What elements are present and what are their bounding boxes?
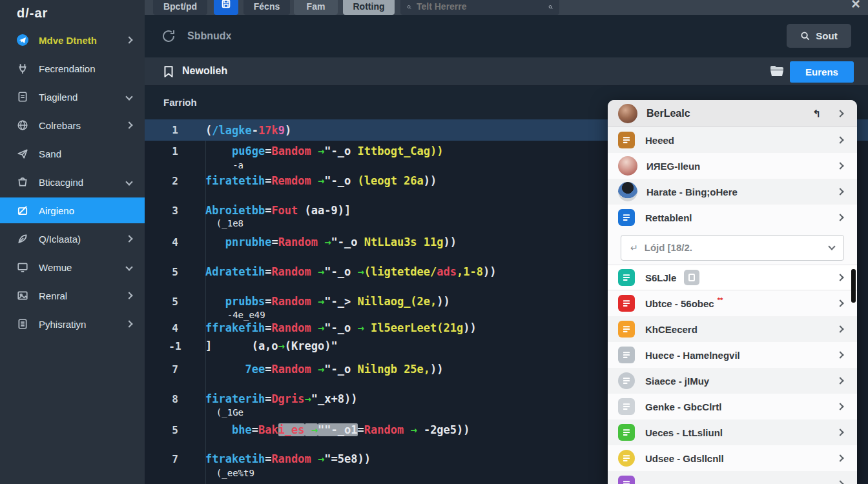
chevron-down-icon [125,263,132,270]
sidebar-item-2[interactable]: Tiagilend [0,83,145,111]
line-number: 8 [145,393,205,405]
back-arrow-icon[interactable]: ↰ [812,108,821,119]
sidebar-item-6[interactable]: Airgieno [0,197,145,223]
sidebar-item-10[interactable]: Pyhisratiyn [0,310,145,338]
sidebar-nav: Mdve DtnethFecrendationTiagilendColrebar… [0,26,145,338]
panel-scrollbar-thumb[interactable] [851,269,856,303]
item-label: S6LJle [645,272,676,283]
panel-item-6[interactable]: S6LJle [608,265,857,290]
code-line[interactable]: Adratetih=Random →"-_o →(ligtetdee/ads,1… [205,265,496,278]
refresh-icon[interactable] [160,28,177,45]
code-token: 9 [278,124,285,137]
sidebar-item-label: Tiagilend [39,92,78,103]
panel-item-13[interactable]: Udsee - Gdsllcnll [608,445,857,471]
sidebar-item-3[interactable]: Colrebars [0,111,145,139]
sidebar-item-7[interactable]: Q/Iclaata) [0,225,145,253]
code-token: 17k [258,124,278,137]
code-line[interactable]: (/lagke-17k9) [205,124,291,137]
panel-item-10[interactable]: Siaece - jIMuy [608,368,857,394]
sidebar-item-1[interactable]: Fecrendation [0,54,145,83]
dropdown-value: Lójd [18/2. [645,242,692,253]
item-label: Ubtce - 56obec [645,298,714,309]
sidebar-item-4[interactable]: Sand [0,139,145,168]
chevron-right-icon [836,454,843,461]
code-token: ffrakefih [205,321,265,334]
code-token: Random [271,295,311,308]
code-token: )) [437,295,450,308]
code-line[interactable]: pu6ge=Bandom →"-_o Ittbogt_Cag)) [205,145,444,157]
code-token: ftraketih [205,452,265,465]
search-icon[interactable] [548,3,553,12]
code-token: "-_> [324,295,357,308]
code-line[interactable]: ] (a,o→(Krego)" [205,339,338,352]
connector-icon [17,63,28,74]
code-line[interactable]: firaterih=Dgris→"_x+8)) [205,392,357,405]
toolbar-button-label: Fam [307,1,326,12]
search-button[interactable]: Sout [787,24,851,48]
panel-item-1[interactable]: Heeed [608,127,857,153]
primary-action-button[interactable]: Eurens [790,61,854,83]
code-line[interactable]: pnrubhe=Random →"-_o NtLLau3s 11g)) [205,236,457,248]
code-token: firatetih [205,174,265,187]
code-token: bhe [232,423,252,436]
code-token: Nilngb 25e, [357,363,430,376]
code-token: )) [424,174,437,187]
code-line[interactable]: -a [205,160,243,170]
code-token [205,363,245,376]
sidebar-item-label: Bticacgind [39,177,83,188]
line-number: 4 [145,322,205,334]
panel-item-8[interactable]: KhCEecerd [608,316,857,342]
code-line[interactable]: bhe=Baki_es →""-_o1=Random → -2ge5)) [205,423,470,436]
close-icon[interactable]: × [851,0,860,12]
panel-item-9[interactable]: Huece - Hamelnegvil [608,342,857,368]
image-icon [17,290,28,301]
edit-icon [17,205,28,216]
section-label: Farrioh [163,97,197,108]
avatar [618,182,637,201]
code-line[interactable]: ffrakefih=Random →"-_o → Il5eerLeet(21g)… [205,321,477,334]
toolbar-button-save-icon[interactable] [214,0,238,15]
code-line[interactable]: prubbs=Random →"-_> Nillaog_(2e,)) [205,295,450,308]
panel-item-4[interactable]: Rettablenl [608,205,857,230]
sidebar-item-8[interactable]: Wemue [0,253,145,281]
code-line[interactable]: ftraketih=Random →"=5e8)) [205,452,371,465]
code-line[interactable]: Abroietbb=Fout (aa-9)] [205,204,351,217]
toolbar-button-label: Rotting [353,1,385,12]
item-label: Rettablenl [645,212,692,223]
panel-item-14[interactable] [608,471,857,484]
toolbar-button-Fam[interactable]: Fam [294,0,338,15]
sidebar-item-9[interactable]: Renral [0,281,145,310]
telegram-icon [17,34,28,46]
panel-item-11[interactable]: Genke - GbcClrtl [608,394,857,419]
chevron-right-icon [836,480,843,484]
code-token: -2ge5)) [417,423,470,436]
chevron-down-icon [125,93,132,100]
sidebar-item-5[interactable]: Bticacgind [0,168,145,196]
toolbar-button-Fécns[interactable]: Fécns [243,0,290,15]
panel-header[interactable]: BerLealc↰ [608,100,857,127]
code-token: )) [483,265,496,278]
code-token: firaterih [205,392,265,405]
panel-dropdown[interactable]: ↵Lójd [18/2. [621,235,844,261]
panel-item-3[interactable]: Harate - Bing;oHere [608,179,857,205]
item-label: Harate - Bing;oHere [646,187,738,197]
code-line[interactable]: (_ee%t9 [205,468,254,478]
code-line[interactable]: firatetih=Remdom →"-_o (leogt 26a)) [205,174,437,187]
code-token: = [265,145,271,157]
search-input[interactable] [417,1,543,12]
toolbar-button-Bpct/pd[interactable]: Bpct/pd [153,0,207,15]
folder-icon[interactable] [770,65,784,77]
code-line[interactable]: 7ee=Random →"-_o Nilngb 25e,)) [205,363,444,376]
sidebar-item-0[interactable]: Mdve Dtneth [0,26,145,54]
panel-item-2[interactable]: ИЯEG-Ileun [608,153,857,179]
line-number: 5 [145,296,205,308]
code-token: (aa-9)] [298,204,351,217]
item-icon [618,372,635,389]
code-line[interactable]: (_1e8 [205,218,243,228]
sidebar-item-label: Airgieno [39,205,74,216]
toolbar-button-Rotting[interactable]: Rotting [343,0,395,15]
panel-item-7[interactable]: Ubtce - 56obec** [608,290,857,316]
line-number: 5 [145,424,205,436]
code-line[interactable]: (_1Ge [205,407,243,418]
panel-item-12[interactable]: Ueces - LtLsliunl [608,419,857,445]
